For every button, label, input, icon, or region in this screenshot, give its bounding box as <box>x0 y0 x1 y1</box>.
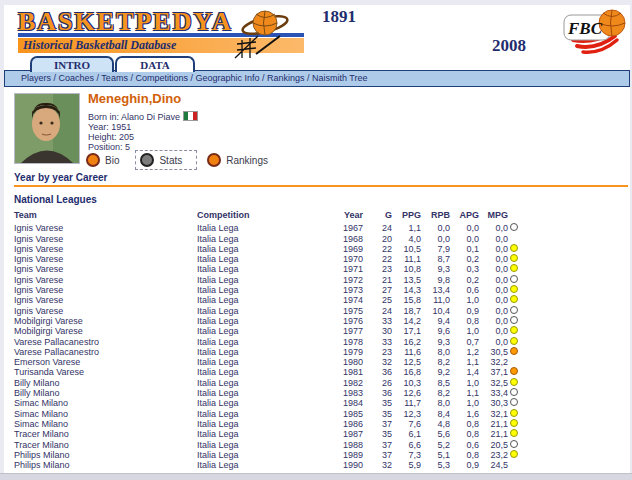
cell-team: Varese Pallacanestro <box>14 347 197 357</box>
cell-team: Varese Pallacanestro <box>14 337 197 347</box>
cell-apg: 1,1 <box>450 357 479 367</box>
medal-yellow-icon <box>510 264 518 272</box>
cell-g: 35 <box>363 398 392 408</box>
bio-label[interactable]: Bio <box>105 155 119 166</box>
rankings-radio-icon[interactable] <box>207 153 221 167</box>
table-row: Ignis VareseItalia Lega19712310,89,30,30… <box>14 264 524 274</box>
table-row: Simac MilanoItalia Lega1986377,64,80,821… <box>14 419 524 429</box>
cell-medal <box>508 295 524 305</box>
breadcrumb[interactable]: Players / Coaches / Teams / Competitions… <box>4 70 630 87</box>
cell-mpg: 0,0 <box>479 264 508 274</box>
cell-mpg: 30,5 <box>479 347 508 357</box>
cell-team: Tracer Milano <box>14 440 197 450</box>
cell-competition: Italia Lega <box>197 223 325 233</box>
cell-mpg: 23,2 <box>479 450 508 460</box>
cell-apg: 0,8 <box>450 316 479 326</box>
cell-competition: Italia Lega <box>197 460 325 470</box>
cell-rpb: 8,0 <box>421 347 450 357</box>
cell-ppg: 5,9 <box>392 460 421 470</box>
career-section-rule <box>14 185 628 187</box>
table-row: Ignis VareseItalia Lega19702211,18,70,20… <box>14 254 524 264</box>
medal-yellow-icon <box>510 254 518 262</box>
cell-year: 1975 <box>325 306 363 316</box>
window-edge-bottom <box>0 473 632 480</box>
cell-ppg: 17,1 <box>392 326 421 336</box>
table-row: Philips MilanoItalia Lega1989377,35,10,8… <box>14 450 524 460</box>
table-row: Mobilgirgi VareseItalia Lega19773017,19,… <box>14 326 524 336</box>
cell-medal <box>508 254 524 264</box>
cell-rpb: 5,2 <box>421 440 450 450</box>
cell-year: 1967 <box>325 223 363 233</box>
cell-mpg: 0,0 <box>479 234 508 244</box>
cell-apg: 0,2 <box>450 275 479 285</box>
table-row: Billy MilanoItalia Lega19822610,38,51,03… <box>14 378 524 388</box>
cell-rpb: 9,3 <box>421 264 450 274</box>
medal-white-icon <box>510 398 518 406</box>
header-apg: APG <box>450 210 479 223</box>
cell-year: 1989 <box>325 450 363 460</box>
medal-white-icon <box>510 316 518 324</box>
cell-year: 1976 <box>325 316 363 326</box>
stats-button[interactable]: Stats <box>135 150 197 170</box>
table-row: Varese PallacanestroItalia Lega19783316,… <box>14 337 524 347</box>
cell-team: Billy Milano <box>14 378 197 388</box>
cell-g: 22 <box>363 244 392 254</box>
career-section-title: Year by year Career <box>14 172 107 183</box>
cell-rpb: 8,7 <box>421 254 450 264</box>
cell-rpb: 9,2 <box>421 367 450 377</box>
player-height-row: Height: 205 <box>88 132 198 142</box>
cell-g: 37 <box>363 419 392 429</box>
bio-radio-icon[interactable] <box>86 153 100 167</box>
cell-team: Turisanda Varese <box>14 367 197 377</box>
cell-medal <box>508 275 524 285</box>
cell-apg: 0,8 <box>450 429 479 439</box>
cell-medal <box>508 223 524 233</box>
stats-radio-icon[interactable] <box>140 153 154 167</box>
cell-medal <box>508 409 524 419</box>
cell-g: 24 <box>363 223 392 233</box>
table-row: Ignis VareseItalia Lega1968204,00,00,00,… <box>14 234 524 244</box>
table-row: Simac MilanoItalia Lega19853512,38,41,63… <box>14 409 524 419</box>
cell-medal <box>508 264 524 274</box>
cell-ppg: 7,3 <box>392 450 421 460</box>
stats-label[interactable]: Stats <box>159 155 182 166</box>
basketball-planet-icon <box>232 8 304 66</box>
cell-g: 23 <box>363 347 392 357</box>
cell-g: 21 <box>363 275 392 285</box>
cell-apg: 0,0 <box>450 234 479 244</box>
fbc-logo-text: FBC <box>567 19 603 38</box>
cell-team: Billy Milano <box>14 388 197 398</box>
rankings-label[interactable]: Rankings <box>226 155 268 166</box>
tab-data[interactable]: DATA <box>115 56 195 72</box>
table-row: Simac MilanoItalia Lega19843511,78,01,03… <box>14 398 524 408</box>
cell-medal <box>508 306 524 316</box>
cell-g: 32 <box>363 357 392 367</box>
born-value: Alano Di Piave <box>121 112 180 122</box>
medal-yellow-icon <box>510 295 518 303</box>
cell-rpb: 7,9 <box>421 244 450 254</box>
cell-medal <box>508 398 524 408</box>
cell-g: 35 <box>363 429 392 439</box>
tab-intro[interactable]: INTRO <box>30 56 114 72</box>
cell-medal <box>508 244 524 254</box>
cell-ppg: 4,0 <box>392 234 421 244</box>
table-row: Tracer MilanoItalia Lega1988376,65,20,62… <box>14 440 524 450</box>
cell-ppg: 1,1 <box>392 223 421 233</box>
cell-medal <box>508 460 524 470</box>
cell-year: 1977 <box>325 326 363 336</box>
cell-team: Ignis Varese <box>14 306 197 316</box>
cell-rpb: 8,0 <box>421 398 450 408</box>
cell-g: 37 <box>363 440 392 450</box>
cell-rpb: 9,3 <box>421 337 450 347</box>
cell-ppg: 10,3 <box>392 378 421 388</box>
breadcrumb-links[interactable]: Players / Coaches / Teams / Competitions… <box>5 71 629 83</box>
cell-medal <box>508 234 524 244</box>
bio-button[interactable]: Bio <box>86 153 119 167</box>
cell-apg: 0,6 <box>450 285 479 295</box>
cell-apg: 0,3 <box>450 264 479 274</box>
rankings-button[interactable]: Rankings <box>207 153 268 167</box>
cell-g: 36 <box>363 367 392 377</box>
table-header-row: Team Competition Year G PPG RPB APG MPG <box>14 210 524 223</box>
cell-team: Ignis Varese <box>14 275 197 285</box>
player-born-row: Born in: Alano Di Piave <box>88 111 198 122</box>
